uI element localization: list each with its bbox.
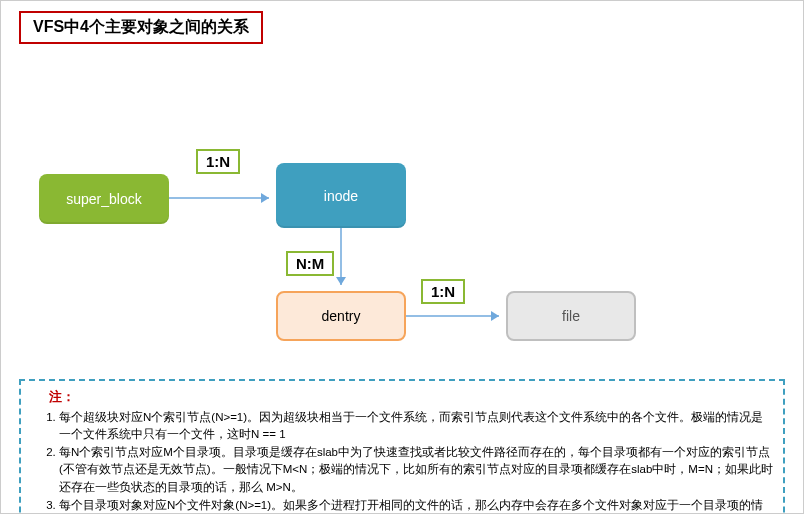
edge-label-sb-inode: 1:N	[196, 149, 240, 174]
note-box: 注： 每个超级块对应N个索引节点(N>=1)。因为超级块相当于一个文件系统，而索…	[19, 379, 785, 514]
svg-marker-3	[336, 277, 346, 285]
node-super-block: super_block	[39, 174, 169, 224]
svg-marker-5	[491, 311, 499, 321]
node-inode: inode	[276, 163, 406, 228]
node-file: file	[506, 291, 636, 341]
diagram-title: VFS中4个主要对象之间的关系	[19, 11, 263, 44]
edge-label-inode-dentry: N:M	[286, 251, 334, 276]
note-list: 每个超级块对应N个索引节点(N>=1)。因为超级块相当于一个文件系统，而索引节点…	[31, 409, 773, 515]
svg-marker-1	[261, 193, 269, 203]
note-item: 每N个索引节点对应M个目录项。目录项是缓存在slab中为了快速查找或者比较文件路…	[59, 444, 773, 496]
note-heading: 注：	[31, 387, 773, 407]
note-item: 每个超级块对应N个索引节点(N>=1)。因为超级块相当于一个文件系统，而索引节点…	[59, 409, 773, 444]
node-dentry: dentry	[276, 291, 406, 341]
edge-label-dentry-file: 1:N	[421, 279, 465, 304]
note-item: 每个目录项对象对应N个文件对象(N>=1)。如果多个进程打开相同的文件的话，那么…	[59, 497, 773, 514]
